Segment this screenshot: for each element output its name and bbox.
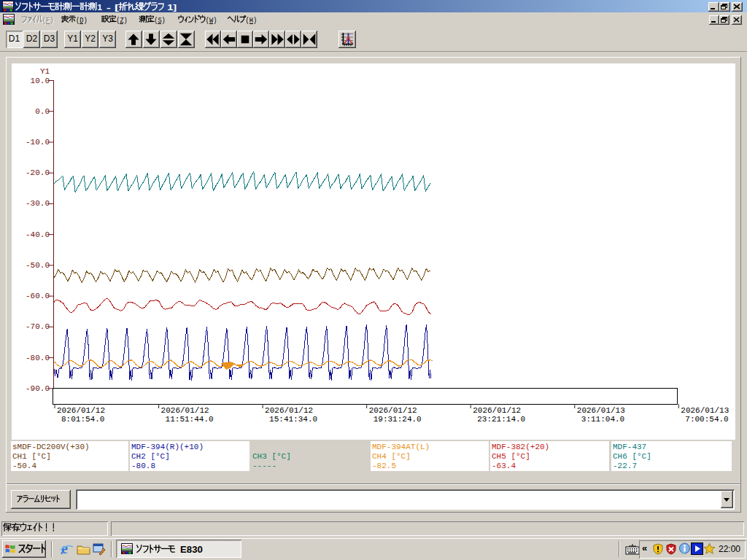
svg-text:E830: E830 bbox=[175, 545, 204, 555]
